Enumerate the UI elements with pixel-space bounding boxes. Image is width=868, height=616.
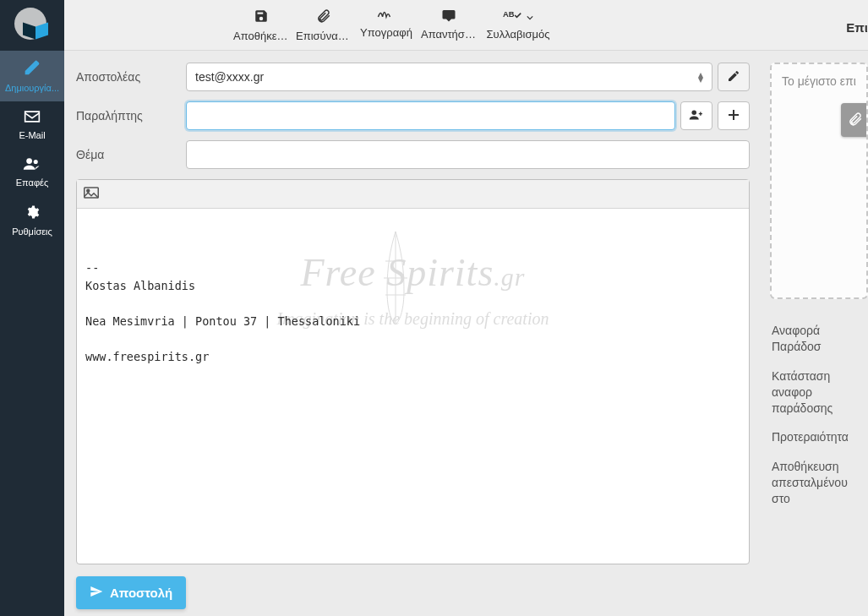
right-panel: Το μέγιστο επι Αναφορά Παράδοσ Κατάσταση…	[762, 51, 868, 616]
toolbar-right-label: Επι	[846, 15, 868, 35]
plus-icon	[728, 109, 740, 123]
spellcheck-icon: AB	[483, 8, 553, 25]
mail-icon	[2, 110, 63, 125]
send-label: Αποστολή	[110, 586, 172, 600]
responses-icon	[421, 8, 477, 25]
svg-point-3	[691, 110, 696, 115]
recipient-input[interactable]	[186, 101, 675, 130]
svg-point-1	[34, 160, 38, 164]
select-caret-icon: ▴▾	[698, 72, 703, 82]
subject-label: Θέμα	[76, 148, 186, 161]
app-logo	[0, 0, 64, 51]
sender-label: Αποστολέας	[76, 70, 186, 84]
send-options: Αναφορά Παράδοσ Κατάσταση αναφορ παράδοσ…	[770, 316, 868, 514]
send-icon	[90, 585, 103, 601]
toolbar-signature-button[interactable]: Υπογραφή	[355, 2, 418, 49]
toolbar-responses-button[interactable]: Απαντήσεις	[418, 2, 480, 49]
edit-identities-button[interactable]	[718, 63, 750, 91]
editor-toolbar	[77, 180, 749, 209]
recipient-label: Παραλήπτης	[76, 109, 186, 123]
svg-point-5	[87, 189, 90, 192]
subject-input[interactable]	[186, 140, 750, 169]
add-contact-button[interactable]	[680, 101, 712, 130]
compose-form: Αποστολέας test@xxxx.gr ▴▾	[64, 51, 762, 616]
option-delivery-status[interactable]: Κατάσταση αναφορ παράδοσης	[770, 362, 868, 423]
sidebar-item-label: Δημιουργία...	[2, 83, 63, 93]
users-plus-icon	[689, 109, 704, 123]
compose-toolbar: Αποθήκευ... Επισύναψη Υπογραφή	[64, 0, 868, 51]
attach-file-button[interactable]	[841, 103, 868, 137]
insert-image-button[interactable]	[84, 187, 99, 201]
recipient-row: Παραλήπτης	[76, 101, 750, 130]
paperclip-icon	[848, 111, 863, 130]
send-button[interactable]: Αποστολή	[76, 576, 186, 609]
option-priority[interactable]: Προτεραιότητα	[770, 422, 868, 452]
subject-row: Θέμα	[76, 140, 750, 169]
sender-row: Αποστολέας test@xxxx.gr ▴▾	[76, 63, 750, 91]
svg-text:AB: AB	[503, 9, 515, 19]
svg-point-0	[26, 158, 32, 164]
option-save-sent[interactable]: Αποθήκευση απεσταλμένου στο	[770, 452, 868, 514]
image-icon	[84, 188, 99, 201]
option-delivery-report[interactable]: Αναφορά Παράδοσ	[770, 316, 868, 362]
sidebar-item-email[interactable]: E-Mail	[0, 101, 64, 149]
attachment-dropzone[interactable]: Το μέγιστο επι	[770, 63, 868, 299]
message-editor: Free Spirits.gr Imagination is the begin…	[76, 179, 750, 564]
save-icon	[233, 8, 289, 26]
sidebar-item-label: Επαφές	[2, 177, 63, 188]
toolbar-spellcheck-button[interactable]: AB Συλλαβισμός	[480, 2, 556, 49]
sender-select[interactable]: test@xxxx.gr ▴▾	[186, 63, 712, 91]
sidebar-item-label: E-Mail	[2, 130, 63, 140]
attach-icon	[296, 8, 352, 26]
app-root: Δημιουργία... E-Mail Επαφές Ρυθμίσεις	[0, 0, 868, 616]
toolbar-attach-button[interactable]: Επισύναψη	[292, 2, 355, 49]
compose-icon	[2, 59, 63, 78]
pencil-icon	[727, 69, 740, 85]
editor-body[interactable]: Free Spirits.gr Imagination is the begin…	[77, 209, 749, 564]
left-sidebar: Δημιουργία... E-Mail Επαφές Ρυθμίσεις	[0, 0, 64, 616]
signature-icon	[358, 8, 414, 23]
dropzone-text: Το μέγιστο επι	[782, 74, 861, 88]
add-recipient-button[interactable]	[718, 101, 750, 130]
toolbar-save-button[interactable]: Αποθήκευ...	[230, 2, 292, 49]
chevron-down-icon	[527, 15, 533, 20]
sidebar-item-label: Ρυθμίσεις	[2, 226, 63, 237]
signature-text: --Kostas Albanidis Nea Mesimvria | Ponto…	[85, 259, 740, 366]
sender-value: test@xxxx.gr	[195, 70, 264, 84]
sidebar-item-settings[interactable]: Ρυθμίσεις	[0, 196, 64, 245]
main-column: Αποθήκευ... Επισύναψη Υπογραφή	[64, 0, 868, 616]
sidebar-item-compose[interactable]: Δημιουργία...	[0, 51, 64, 101]
gear-icon	[2, 204, 63, 221]
users-icon	[2, 157, 63, 172]
sidebar-item-contacts[interactable]: Επαφές	[0, 149, 64, 196]
